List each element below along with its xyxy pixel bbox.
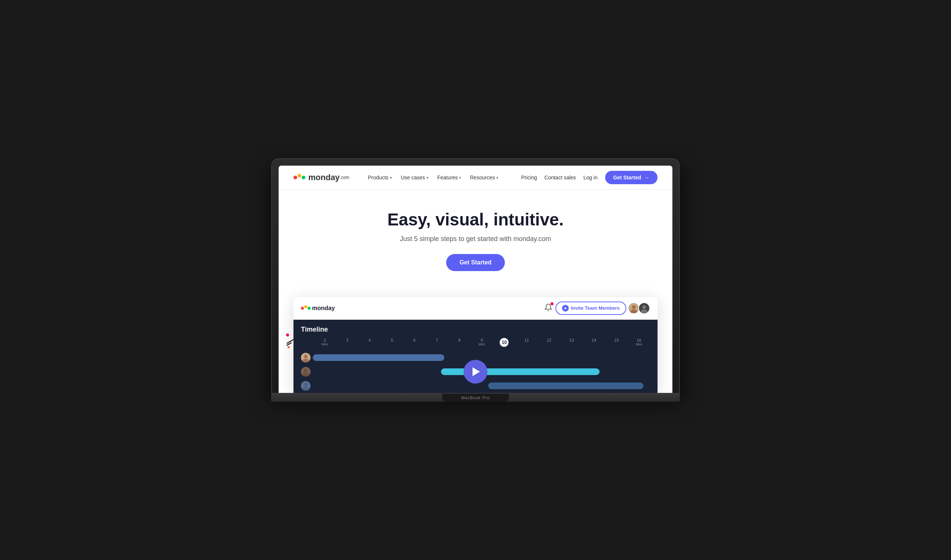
day-15: 15 <box>605 338 628 342</box>
nav-links: Products ▾ Use cases ▾ Features ▾ Reso <box>364 172 510 183</box>
day-16: 16 <box>628 338 650 342</box>
svg-point-1 <box>297 174 301 177</box>
today-indicator: 10 <box>500 338 509 347</box>
plus-icon: + <box>562 305 569 312</box>
day-4: 4 <box>359 338 381 342</box>
svg-point-10 <box>304 355 308 358</box>
navigation: monday.com Products ▾ Use cases ▾ Featur… <box>279 166 672 190</box>
gantt-row-3 <box>313 381 650 391</box>
day-7: 7 <box>426 338 448 342</box>
logo-text: monday <box>308 173 340 182</box>
hero-cta-button[interactable]: Get Started <box>446 254 505 271</box>
laptop-outer: monday.com Products ▾ Use cases ▾ Featur… <box>271 158 680 394</box>
nav-contact-sales[interactable]: Contact sales <box>545 175 576 180</box>
deco-pink-dot <box>286 334 289 337</box>
timeline-title: Timeline <box>301 326 650 334</box>
svg-point-3 <box>301 307 304 310</box>
laptop-wrapper: monday.com Products ▾ Use cases ▾ Featur… <box>271 158 680 402</box>
logo-icon <box>294 174 307 182</box>
svg-point-7 <box>630 309 637 313</box>
svg-point-5 <box>308 307 311 310</box>
notification-badge <box>551 302 554 305</box>
app-logo-text: monday <box>312 305 335 312</box>
macbook-label: MacBook Pro <box>461 395 489 400</box>
day-8: 8 <box>448 338 470 342</box>
svg-point-12 <box>304 369 308 372</box>
chevron-icon: ▾ <box>426 175 428 180</box>
day-14: 14 <box>583 338 605 342</box>
hero-section: Easy, visual, intuitive. Just 5 simple s… <box>279 190 672 297</box>
get-started-button[interactable]: Get Started → <box>605 171 657 184</box>
screen-inner: monday.com Products ▾ Use cases ▾ Featur… <box>279 166 672 393</box>
nav-use-cases[interactable]: Use cases ▾ <box>397 172 432 183</box>
svg-point-9 <box>641 309 648 313</box>
nav-features[interactable]: Features ▾ <box>434 172 465 183</box>
gantt-bar-3 <box>488 383 643 389</box>
svg-point-13 <box>302 373 309 377</box>
day-2: 2 <box>314 338 336 342</box>
svg-point-2 <box>302 175 305 179</box>
deco-small-dot <box>288 346 290 348</box>
invite-team-button[interactable]: + Invite Team Members <box>556 302 626 315</box>
nav-login[interactable]: Log in <box>583 175 597 180</box>
svg-point-14 <box>304 383 308 386</box>
svg-point-8 <box>642 305 646 309</box>
app-bar-right: + Invite Team Members <box>544 302 650 315</box>
chevron-icon: ▾ <box>390 175 392 180</box>
nav-right: Pricing Contact sales Log in Get Started… <box>521 171 657 184</box>
svg-point-0 <box>294 175 297 179</box>
logo-com: .com <box>340 175 349 180</box>
arrow-icon: → <box>644 175 649 180</box>
day-9: 9 <box>471 338 493 342</box>
chevron-icon: ▾ <box>459 175 461 180</box>
user-avatar-2[interactable] <box>638 302 650 314</box>
row-avatar-1 <box>301 353 311 362</box>
play-icon <box>472 367 480 376</box>
day-11: 11 <box>516 338 538 342</box>
avatar-group <box>629 302 650 314</box>
app-logo: monday <box>301 305 335 312</box>
row-avatar-3 <box>301 381 311 391</box>
chevron-icon: ▾ <box>496 175 498 180</box>
svg-point-6 <box>632 305 636 309</box>
timeline-rows <box>301 351 650 393</box>
app-bar: monday <box>294 297 657 320</box>
app-preview: monday <box>294 297 657 393</box>
logo[interactable]: monday.com <box>294 173 349 182</box>
svg-point-11 <box>302 359 309 362</box>
row-avatar-2 <box>301 367 311 377</box>
gantt-row-1 <box>313 353 650 362</box>
day-6: 6 <box>403 338 426 342</box>
nav-products[interactable]: Products ▾ <box>364 172 395 183</box>
gantt-bar-1 <box>313 354 444 361</box>
timeline-area: Timeline 2 Mon 3 <box>294 320 657 393</box>
play-button[interactable] <box>463 360 488 384</box>
laptop-screen: monday.com Products ▾ Use cases ▾ Featur… <box>279 166 672 393</box>
nav-pricing[interactable]: Pricing <box>521 175 537 180</box>
nav-resources[interactable]: Resources ▾ <box>466 172 502 183</box>
svg-point-15 <box>302 387 309 391</box>
hero-subtitle: Just 5 simple steps to get started with … <box>294 235 657 243</box>
day-3: 3 <box>336 338 358 342</box>
svg-point-4 <box>304 305 307 308</box>
day-12: 12 <box>538 338 560 342</box>
notifications-button[interactable] <box>544 303 552 313</box>
laptop-base: MacBook Pro <box>271 394 680 402</box>
hero-title: Easy, visual, intuitive. <box>294 210 657 229</box>
day-5: 5 <box>381 338 403 342</box>
decorative-elements <box>286 334 294 348</box>
day-13: 13 <box>560 338 583 342</box>
